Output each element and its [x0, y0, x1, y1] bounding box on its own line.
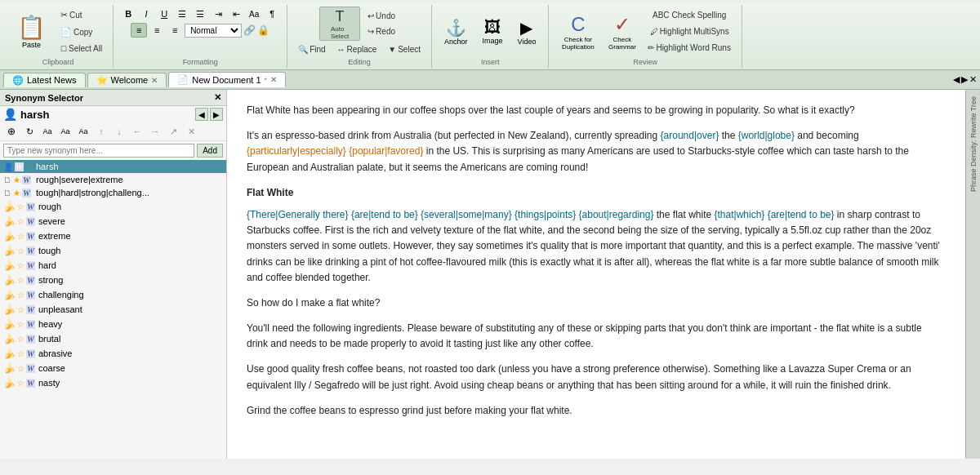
- auto-select-button[interactable]: T AutoSelect: [319, 7, 360, 41]
- highlight-popular: {popular|favored}: [349, 145, 423, 157]
- tab-nav-left[interactable]: ◀: [953, 74, 960, 85]
- search-word-text: harsh: [20, 109, 49, 121]
- toolbar-icon-fontsmall[interactable]: Aa: [57, 124, 74, 139]
- image-button[interactable]: 🖼 Image: [477, 16, 509, 47]
- select-all-button[interactable]: ☐ Select All: [56, 42, 106, 55]
- video-button[interactable]: ▶ Video: [512, 16, 542, 48]
- word-nav-next[interactable]: ▶: [210, 108, 223, 121]
- hard-label: hard: [38, 260, 56, 270]
- review-content: C Check forDuplication ✓ CheckGrammar AB…: [555, 7, 735, 56]
- toolbar-icon-down[interactable]: ↓: [111, 124, 127, 139]
- panel-header: Synonym Selector ✕: [0, 90, 226, 106]
- toolbar-icon-up[interactable]: ↑: [93, 124, 109, 139]
- underline-button[interactable]: U: [156, 7, 172, 21]
- list-item-extreme[interactable]: 🍌 ☆ W extreme: [0, 229, 226, 243]
- list-item-nasty[interactable]: 🍌 ☆ W nasty: [0, 375, 226, 390]
- list-item-tough-group[interactable]: 🗋 ★ W tough|hard|strong|challeng...: [0, 186, 226, 199]
- list-item-brutal[interactable]: 🍌 ☆ W brutal: [0, 331, 226, 346]
- synonym-search-input[interactable]: [3, 144, 194, 158]
- word-nav-prev[interactable]: ◀: [195, 108, 208, 121]
- highlight-word-button[interactable]: ✏ Highlight Word Runs: [644, 41, 735, 55]
- toolbar-icon-right[interactable]: →: [147, 124, 163, 139]
- fontsize-up-button[interactable]: Aa: [246, 7, 262, 21]
- para-5: You'll need the following ingredients. P…: [247, 321, 941, 352]
- list-item-strong[interactable]: 🍌 ☆ W strong: [0, 273, 226, 287]
- list-item-rough-group[interactable]: 🗋 ★ W rough|severe|extreme: [0, 173, 226, 186]
- anchor-button[interactable]: ⚓ Anchor: [439, 16, 474, 48]
- tab-nav-right[interactable]: ▶: [961, 74, 968, 85]
- dict-icon-rough: W: [26, 202, 35, 211]
- align-center-button[interactable]: ≡: [149, 23, 165, 38]
- italic-button[interactable]: I: [138, 7, 154, 21]
- synonym-add-button[interactable]: Add: [197, 144, 223, 158]
- star-icon-rough: ☆: [17, 202, 24, 211]
- star-icon-unpleasant: ☆: [17, 305, 24, 314]
- check-grammar-button[interactable]: ✓ CheckGrammar: [604, 11, 640, 53]
- synonym-list: 👤 W harsh 🗋 ★ W rough|severe|extreme 🗋 ★…: [0, 160, 226, 459]
- highlight-word-label: Highlight Word Runs: [656, 43, 731, 52]
- tough-label: tough: [38, 246, 61, 255]
- abrasive-label: abrasive: [38, 348, 73, 358]
- cut-button[interactable]: ✂ Cut: [56, 7, 106, 23]
- highlight-that: {that|which}: [715, 209, 765, 220]
- tab-latest-news[interactable]: 🌐 Latest News: [3, 73, 86, 87]
- list-item-harsh[interactable]: 👤 W harsh: [0, 160, 226, 173]
- list-item-hard[interactable]: 🍌 ☆ W hard: [0, 258, 226, 273]
- paste-icon: 📋: [17, 14, 46, 41]
- select-button[interactable]: ▼ Select: [384, 42, 425, 56]
- align-left-button[interactable]: ≡: [131, 23, 147, 38]
- dict-icon: W: [15, 162, 24, 171]
- dict-icon-coarse: W: [26, 364, 35, 373]
- list2-button[interactable]: ☰: [192, 7, 208, 21]
- tab-welcome[interactable]: ⭐ Welcome ✕: [87, 73, 167, 87]
- video-icon: ▶: [520, 18, 532, 38]
- clipboard-content: 📋 Paste ✂ Cut 📄 Copy ☐ Select All: [10, 7, 106, 56]
- list-button[interactable]: ☰: [174, 7, 190, 21]
- list-item-coarse[interactable]: 🍌 ☆ W coarse: [0, 361, 226, 375]
- check-duplication-button[interactable]: C Check forDuplication: [555, 11, 600, 53]
- tab-expand[interactable]: ✕: [969, 74, 977, 85]
- panel-close[interactable]: ✕: [214, 92, 221, 103]
- find-button[interactable]: 🔍 Find: [294, 42, 329, 56]
- toolbar-icon-export[interactable]: ↗: [165, 124, 181, 139]
- list-item-severe[interactable]: 🍌 ☆ W severe: [0, 214, 226, 229]
- toolbar-icon-1[interactable]: ⊕: [3, 124, 20, 139]
- list-item-abrasive[interactable]: 🍌 ☆ W abrasive: [0, 346, 226, 361]
- list-item-unpleasant[interactable]: 🍌 ☆ W unpleasant: [0, 302, 226, 317]
- undo-button[interactable]: ↩ Undo: [363, 9, 399, 23]
- outdent-button[interactable]: ⇤: [228, 7, 244, 21]
- tab-new-document[interactable]: 📄 New Document 1 * ✕: [168, 72, 286, 87]
- main-area: Synonym Selector ✕ 👤 harsh ◀ ▶ ⊕ ↻ Aa Aa…: [0, 90, 980, 459]
- auto-select-icon: T: [336, 8, 345, 25]
- indent-button[interactable]: ⇥: [210, 7, 226, 21]
- page-icon-1: 🗋: [3, 175, 11, 184]
- list-item-tough[interactable]: 🍌 ☆ W tough: [0, 243, 226, 258]
- check-spelling-button[interactable]: ABC Check Spelling: [644, 8, 735, 22]
- bold-button[interactable]: B: [120, 7, 136, 21]
- toolbar-icon-fontsize[interactable]: Aa: [39, 124, 56, 139]
- dict-icon-brutal: W: [26, 335, 35, 344]
- brutal-label: brutal: [38, 334, 61, 344]
- para-3: {There|Generally there} {are|tend to be}…: [247, 207, 941, 286]
- redo-button[interactable]: ↪ Redo: [363, 24, 399, 38]
- toolbar-icon-fonttiny[interactable]: Aa: [75, 124, 91, 139]
- copy-button[interactable]: 📄 Copy: [56, 24, 106, 40]
- list-item-heavy[interactable]: 🍌 ☆ W heavy: [0, 317, 226, 331]
- align-right-button[interactable]: ≡: [167, 23, 183, 38]
- dict-icon-abrasive: W: [26, 349, 35, 358]
- list-item-rough[interactable]: 🍌 ☆ W rough: [0, 199, 226, 214]
- style-select[interactable]: Normal: [185, 24, 242, 38]
- paragraph-button[interactable]: ¶: [264, 7, 280, 21]
- toolbar-icon-x[interactable]: ✕: [183, 124, 199, 139]
- list-item-challenging[interactable]: 🍌 ☆ W challenging: [0, 287, 226, 302]
- tab-new-document-close[interactable]: ✕: [270, 75, 277, 84]
- tab-welcome-close[interactable]: ✕: [151, 76, 158, 85]
- document-area[interactable]: Flat White has been appearing in our cof…: [227, 90, 965, 459]
- highlight-multi-button[interactable]: 🖊 Highlight MultiSyns: [644, 24, 735, 38]
- find-icon: 🔍: [298, 45, 308, 54]
- highlight-about: {about|regarding}: [579, 209, 654, 220]
- paste-button[interactable]: 📋 Paste: [10, 11, 53, 51]
- replace-button[interactable]: ↔ Replace: [333, 42, 381, 56]
- toolbar-icon-refresh[interactable]: ↻: [21, 124, 38, 139]
- toolbar-icon-left[interactable]: ←: [129, 124, 145, 139]
